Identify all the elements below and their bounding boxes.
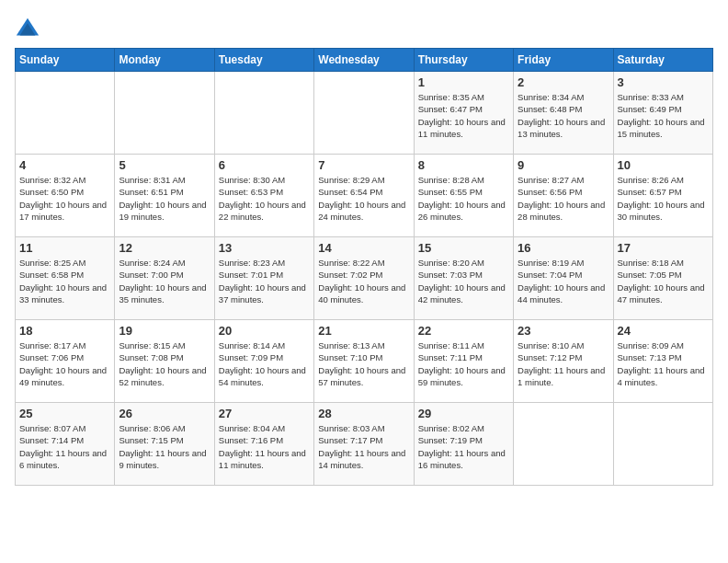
day-info: Sunrise: 8:14 AM Sunset: 7:09 PM Dayligh… bbox=[219, 339, 310, 388]
day-number: 19 bbox=[119, 324, 210, 338]
day-info: Sunrise: 8:04 AM Sunset: 7:16 PM Dayligh… bbox=[219, 422, 310, 471]
day-info: Sunrise: 8:18 AM Sunset: 7:05 PM Dayligh… bbox=[618, 257, 709, 305]
day-cell: 25Sunrise: 8:07 AM Sunset: 7:14 PM Dayli… bbox=[16, 403, 115, 486]
day-number: 1 bbox=[418, 75, 509, 89]
day-info: Sunrise: 8:09 AM Sunset: 7:13 PM Dayligh… bbox=[618, 339, 709, 388]
day-number: 13 bbox=[219, 241, 310, 255]
day-cell: 24Sunrise: 8:09 AM Sunset: 7:13 PM Dayli… bbox=[613, 320, 712, 403]
day-cell bbox=[214, 72, 313, 155]
header-cell-saturday: Saturday bbox=[613, 49, 712, 72]
day-info: Sunrise: 8:10 AM Sunset: 7:12 PM Dayligh… bbox=[518, 339, 609, 388]
day-info: Sunrise: 8:06 AM Sunset: 7:15 PM Dayligh… bbox=[119, 422, 210, 471]
header-cell-sunday: Sunday bbox=[16, 49, 115, 72]
week-row-1: 1Sunrise: 8:35 AM Sunset: 6:47 PM Daylig… bbox=[16, 72, 713, 155]
day-cell: 1Sunrise: 8:35 AM Sunset: 6:47 PM Daylig… bbox=[414, 72, 513, 155]
day-info: Sunrise: 8:17 AM Sunset: 7:06 PM Dayligh… bbox=[19, 339, 110, 388]
day-cell bbox=[16, 72, 115, 155]
week-row-5: 25Sunrise: 8:07 AM Sunset: 7:14 PM Dayli… bbox=[16, 403, 713, 486]
day-cell bbox=[115, 72, 214, 155]
day-info: Sunrise: 8:13 AM Sunset: 7:10 PM Dayligh… bbox=[318, 339, 409, 388]
day-cell: 27Sunrise: 8:04 AM Sunset: 7:16 PM Dayli… bbox=[214, 403, 313, 486]
day-cell: 16Sunrise: 8:19 AM Sunset: 7:04 PM Dayli… bbox=[514, 237, 613, 320]
header-cell-friday: Friday bbox=[514, 49, 613, 72]
day-cell: 26Sunrise: 8:06 AM Sunset: 7:15 PM Dayli… bbox=[115, 403, 214, 486]
day-cell: 21Sunrise: 8:13 AM Sunset: 7:10 PM Dayli… bbox=[314, 320, 414, 403]
day-info: Sunrise: 8:20 AM Sunset: 7:03 PM Dayligh… bbox=[418, 257, 509, 305]
day-cell: 7Sunrise: 8:29 AM Sunset: 6:54 PM Daylig… bbox=[314, 155, 414, 237]
day-cell: 12Sunrise: 8:24 AM Sunset: 7:00 PM Dayli… bbox=[115, 237, 214, 320]
day-cell: 29Sunrise: 8:02 AM Sunset: 7:19 PM Dayli… bbox=[414, 403, 513, 486]
day-cell: 17Sunrise: 8:18 AM Sunset: 7:05 PM Dayli… bbox=[613, 237, 712, 320]
day-cell: 18Sunrise: 8:17 AM Sunset: 7:06 PM Dayli… bbox=[16, 320, 115, 403]
day-number: 14 bbox=[318, 241, 409, 255]
day-info: Sunrise: 8:25 AM Sunset: 6:58 PM Dayligh… bbox=[19, 257, 110, 305]
day-cell: 10Sunrise: 8:26 AM Sunset: 6:57 PM Dayli… bbox=[613, 155, 712, 237]
day-number: 10 bbox=[618, 158, 709, 172]
day-cell: 19Sunrise: 8:15 AM Sunset: 7:08 PM Dayli… bbox=[115, 320, 214, 403]
day-info: Sunrise: 8:33 AM Sunset: 6:49 PM Dayligh… bbox=[618, 91, 709, 140]
day-cell: 13Sunrise: 8:23 AM Sunset: 7:01 PM Dayli… bbox=[214, 237, 313, 320]
logo bbox=[15, 15, 44, 40]
day-number: 25 bbox=[19, 407, 110, 420]
week-row-4: 18Sunrise: 8:17 AM Sunset: 7:06 PM Dayli… bbox=[16, 320, 713, 403]
calendar-header: SundayMondayTuesdayWednesdayThursdayFrid… bbox=[16, 49, 713, 72]
day-info: Sunrise: 8:27 AM Sunset: 6:56 PM Dayligh… bbox=[518, 174, 609, 223]
header-cell-wednesday: Wednesday bbox=[314, 49, 414, 72]
day-number: 26 bbox=[119, 407, 210, 420]
day-number: 6 bbox=[219, 158, 310, 172]
day-info: Sunrise: 8:34 AM Sunset: 6:48 PM Dayligh… bbox=[518, 91, 609, 140]
day-number: 15 bbox=[418, 241, 509, 255]
header-cell-tuesday: Tuesday bbox=[214, 49, 313, 72]
day-cell: 4Sunrise: 8:32 AM Sunset: 6:50 PM Daylig… bbox=[16, 155, 115, 237]
header-cell-thursday: Thursday bbox=[414, 49, 513, 72]
day-number: 4 bbox=[19, 158, 110, 172]
day-number: 16 bbox=[518, 241, 609, 255]
day-info: Sunrise: 8:07 AM Sunset: 7:14 PM Dayligh… bbox=[19, 422, 110, 471]
day-info: Sunrise: 8:35 AM Sunset: 6:47 PM Dayligh… bbox=[418, 91, 509, 140]
header-cell-monday: Monday bbox=[115, 49, 214, 72]
day-number: 22 bbox=[418, 324, 509, 338]
week-row-3: 11Sunrise: 8:25 AM Sunset: 6:58 PM Dayli… bbox=[16, 237, 713, 320]
calendar-body: 1Sunrise: 8:35 AM Sunset: 6:47 PM Daylig… bbox=[16, 72, 713, 486]
day-cell: 11Sunrise: 8:25 AM Sunset: 6:58 PM Dayli… bbox=[16, 237, 115, 320]
day-cell: 6Sunrise: 8:30 AM Sunset: 6:53 PM Daylig… bbox=[214, 155, 313, 237]
day-number: 11 bbox=[19, 241, 110, 255]
day-cell: 22Sunrise: 8:11 AM Sunset: 7:11 PM Dayli… bbox=[414, 320, 513, 403]
day-info: Sunrise: 8:28 AM Sunset: 6:55 PM Dayligh… bbox=[418, 174, 509, 223]
day-cell: 23Sunrise: 8:10 AM Sunset: 7:12 PM Dayli… bbox=[514, 320, 613, 403]
day-info: Sunrise: 8:19 AM Sunset: 7:04 PM Dayligh… bbox=[518, 257, 609, 305]
day-number: 23 bbox=[518, 324, 609, 338]
day-info: Sunrise: 8:22 AM Sunset: 7:02 PM Dayligh… bbox=[318, 257, 409, 305]
day-cell: 28Sunrise: 8:03 AM Sunset: 7:17 PM Dayli… bbox=[314, 403, 414, 486]
day-info: Sunrise: 8:26 AM Sunset: 6:57 PM Dayligh… bbox=[618, 174, 709, 223]
day-info: Sunrise: 8:23 AM Sunset: 7:01 PM Dayligh… bbox=[219, 257, 310, 305]
day-info: Sunrise: 8:30 AM Sunset: 6:53 PM Dayligh… bbox=[219, 174, 310, 223]
day-number: 27 bbox=[219, 407, 310, 420]
day-cell: 9Sunrise: 8:27 AM Sunset: 6:56 PM Daylig… bbox=[514, 155, 613, 237]
week-row-2: 4Sunrise: 8:32 AM Sunset: 6:50 PM Daylig… bbox=[16, 155, 713, 237]
day-cell: 5Sunrise: 8:31 AM Sunset: 6:51 PM Daylig… bbox=[115, 155, 214, 237]
day-number: 17 bbox=[618, 241, 709, 255]
day-number: 2 bbox=[518, 75, 609, 89]
day-info: Sunrise: 8:11 AM Sunset: 7:11 PM Dayligh… bbox=[418, 339, 509, 388]
day-number: 20 bbox=[219, 324, 310, 338]
day-number: 29 bbox=[418, 407, 509, 420]
day-cell: 8Sunrise: 8:28 AM Sunset: 6:55 PM Daylig… bbox=[414, 155, 513, 237]
day-number: 12 bbox=[119, 241, 210, 255]
day-info: Sunrise: 8:15 AM Sunset: 7:08 PM Dayligh… bbox=[119, 339, 210, 388]
page-header bbox=[15, 15, 713, 40]
day-info: Sunrise: 8:31 AM Sunset: 6:51 PM Dayligh… bbox=[119, 174, 210, 223]
logo-icon bbox=[15, 15, 40, 40]
day-cell: 20Sunrise: 8:14 AM Sunset: 7:09 PM Dayli… bbox=[214, 320, 313, 403]
day-info: Sunrise: 8:02 AM Sunset: 7:19 PM Dayligh… bbox=[418, 422, 509, 471]
day-cell bbox=[613, 403, 712, 486]
day-cell: 3Sunrise: 8:33 AM Sunset: 6:49 PM Daylig… bbox=[613, 72, 712, 155]
day-number: 18 bbox=[19, 324, 110, 338]
day-number: 28 bbox=[318, 407, 409, 420]
day-cell: 15Sunrise: 8:20 AM Sunset: 7:03 PM Dayli… bbox=[414, 237, 513, 320]
day-number: 24 bbox=[618, 324, 709, 338]
day-info: Sunrise: 8:24 AM Sunset: 7:00 PM Dayligh… bbox=[119, 257, 210, 305]
day-info: Sunrise: 8:03 AM Sunset: 7:17 PM Dayligh… bbox=[318, 422, 409, 471]
calendar-table: SundayMondayTuesdayWednesdayThursdayFrid… bbox=[15, 48, 713, 486]
day-number: 21 bbox=[318, 324, 409, 338]
